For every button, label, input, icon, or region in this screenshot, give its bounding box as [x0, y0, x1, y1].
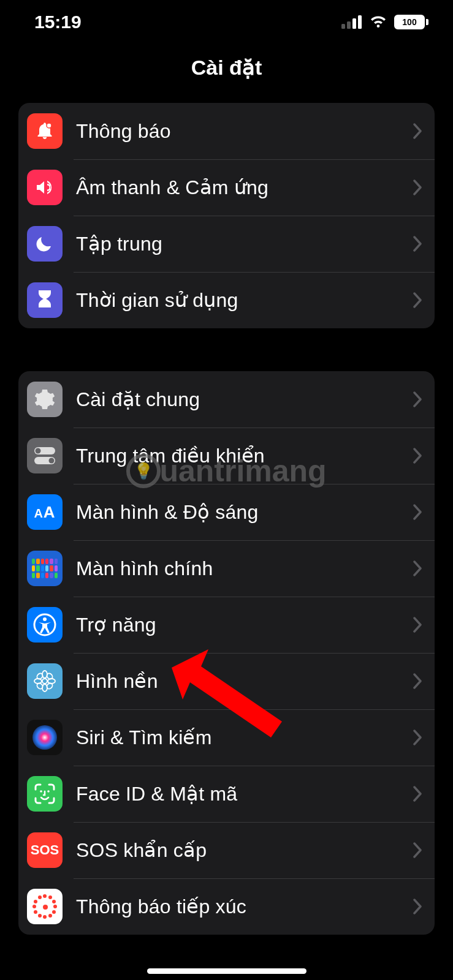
moon-icon: [27, 226, 63, 262]
gear-icon: [27, 382, 63, 417]
chevron-right-icon: [413, 123, 422, 139]
settings-row-siri[interactable]: Siri & Tìm kiếm: [18, 709, 435, 766]
settings-row-bell[interactable]: Thông báo: [18, 103, 435, 159]
clock: 15:19: [34, 12, 82, 32]
settings-row-moon[interactable]: Tập trung: [18, 216, 435, 272]
settings-row-exposure[interactable]: Thông báo tiếp xúc: [18, 878, 435, 935]
settings-row-flower[interactable]: Hình nền: [18, 653, 435, 709]
row-label: SOS khẩn cấp: [76, 839, 413, 862]
chevron-right-icon: [413, 391, 422, 407]
svg-rect-0: [341, 24, 345, 29]
svg-point-14: [34, 679, 42, 684]
settings-row-switches[interactable]: Trung tâm điều khiển: [18, 428, 435, 484]
row-label: Hình nền: [76, 669, 413, 693]
accessibility-icon: [27, 607, 63, 643]
bell-icon: [27, 113, 63, 149]
chevron-right-icon: [413, 899, 422, 914]
row-label: Trợ năng: [76, 613, 413, 636]
status-bar: 15:19 100: [0, 0, 453, 44]
exposure-icon: [27, 889, 63, 924]
row-label: Cài đặt chung: [76, 388, 413, 411]
chevron-right-icon: [413, 842, 422, 858]
sos-icon: SOS: [27, 832, 63, 868]
svg-point-10: [43, 617, 47, 621]
faceid-icon: [27, 776, 63, 812]
home-indicator: [147, 968, 306, 974]
row-label: Thời gian sử dụng: [76, 288, 413, 312]
chevron-right-icon: [413, 292, 422, 308]
chevron-right-icon: [413, 560, 422, 576]
battery-level: 100: [402, 17, 416, 27]
svg-point-8: [49, 458, 55, 464]
svg-point-20: [32, 725, 57, 750]
battery-indicator: 100: [394, 15, 428, 29]
settings-row-text-size[interactable]: AAMàn hình & Độ sáng: [18, 484, 435, 540]
settings-scroll[interactable]: Thông báoÂm thanh & Cảm ứngTập trungThời…: [0, 103, 453, 980]
row-label: Siri & Tìm kiếm: [76, 726, 413, 749]
row-label: Thông báo tiếp xúc: [76, 895, 413, 918]
svg-point-4: [47, 123, 51, 128]
settings-row-accessibility[interactable]: Trợ năng: [18, 597, 435, 653]
row-label: Âm thanh & Cảm ứng: [76, 176, 413, 199]
settings-group-1: Thông báoÂm thanh & Cảm ứngTập trungThời…: [18, 103, 435, 328]
settings-row-sos[interactable]: SOSSOS khẩn cấp: [18, 822, 435, 878]
svg-point-15: [48, 679, 55, 684]
chevron-right-icon: [413, 786, 422, 802]
row-label: Tập trung: [76, 232, 413, 255]
chevron-right-icon: [413, 617, 422, 633]
chevron-right-icon: [413, 504, 422, 520]
text-size-icon: AA: [27, 494, 63, 530]
svg-point-12: [42, 671, 47, 678]
settings-row-gear[interactable]: Cài đặt chung: [18, 371, 435, 428]
svg-rect-1: [347, 21, 351, 29]
page-title: Cài đặt: [0, 55, 453, 80]
row-label: Trung tâm điều khiển: [76, 444, 413, 467]
chevron-right-icon: [413, 673, 422, 689]
wifi-icon: [368, 15, 388, 29]
status-right: 100: [341, 15, 428, 29]
chevron-right-icon: [413, 236, 422, 252]
row-label: Màn hình & Độ sáng: [76, 500, 413, 524]
settings-row-hourglass[interactable]: Thời gian sử dụng: [18, 272, 435, 328]
speaker-icon: [27, 170, 63, 205]
svg-point-21: [40, 790, 42, 793]
cellular-icon: [341, 15, 362, 29]
chevron-right-icon: [413, 729, 422, 745]
svg-rect-2: [352, 18, 356, 29]
settings-row-home-grid[interactable]: Màn hình chính: [18, 540, 435, 597]
row-label: Thông báo: [76, 120, 413, 143]
svg-point-22: [47, 790, 50, 793]
chevron-right-icon: [413, 448, 422, 464]
hourglass-icon: [27, 282, 63, 318]
svg-point-13: [42, 684, 47, 692]
flower-icon: [27, 663, 63, 699]
settings-row-speaker[interactable]: Âm thanh & Cảm ứng: [18, 159, 435, 216]
settings-group-2: Cài đặt chungTrung tâm điều khiểnAAMàn h…: [18, 371, 435, 935]
svg-point-11: [42, 679, 47, 684]
svg-rect-3: [358, 15, 362, 29]
switches-icon: [27, 438, 63, 473]
row-label: Màn hình chính: [76, 557, 413, 580]
row-label: Face ID & Mật mã: [76, 782, 413, 805]
siri-icon: [27, 720, 63, 755]
svg-point-6: [36, 448, 41, 454]
settings-row-faceid[interactable]: Face ID & Mật mã: [18, 766, 435, 822]
home-grid-icon: [27, 551, 63, 586]
chevron-right-icon: [413, 179, 422, 195]
